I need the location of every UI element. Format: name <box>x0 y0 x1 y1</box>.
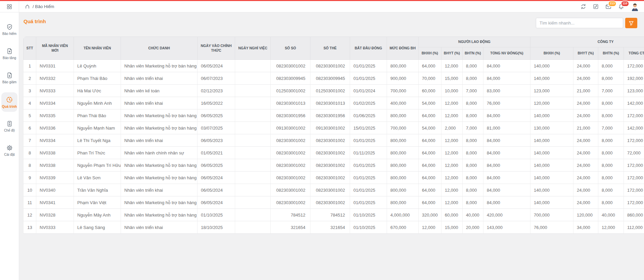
cell-ngay-vao: 02/12/2023 <box>198 85 235 97</box>
cell-ma-nhan-vien: NV0336 <box>36 122 74 134</box>
table-row[interactable]: 13NV0333Lê Sang SángNhân viên triển khai… <box>24 221 644 234</box>
table-row[interactable]: 7NV0334Lê Thi Tuyết NgaNhân viên triển k… <box>24 134 644 147</box>
table-row[interactable]: 3NV0333Hà Mai ƯớcNhân viên kế toán02/12/… <box>24 85 644 97</box>
cell-bat-dau-dong: 01/01/2025 <box>350 60 387 72</box>
table-row[interactable]: 4NV0334Nguyễn Minh AnhNhân viên triển kh… <box>24 97 644 109</box>
page-content: Quá trình STT MÃ NHÂN VIÊN MỚI <box>19 12 644 280</box>
cell-so-so: 082303001002 <box>271 134 310 147</box>
cell-ten-nhan-vien: Phan Thái Bảo <box>74 109 121 122</box>
file-down-icon <box>6 72 13 79</box>
cell-cty-bhxh: 140,000 <box>530 72 573 85</box>
cell-ngay-vao: 03/07/2025 <box>198 122 235 134</box>
cell-ten-nhan-vien: Lê Quỳnh <box>74 60 121 72</box>
cell-nld-bhyt: 12,000 <box>441 134 463 147</box>
cell-cty-tong: 142,000 <box>624 122 644 134</box>
cell-nld-bhyt: 12,000 <box>441 184 463 196</box>
cell-cty-bhtn: 12,000 <box>598 221 624 234</box>
cell-so-the: 082303009945 <box>310 72 350 85</box>
cell-so-so: 784512 <box>271 209 310 221</box>
cell-muc-dong-bh: 800,000 <box>387 109 419 122</box>
col-header-ngay-nghi: NGÀY NGHỈ VIỆC <box>235 37 271 60</box>
cell-ngay-vao: 18/10/2025 <box>198 221 235 234</box>
cell-chuc-danh: Nhân viên triển khai <box>121 97 198 109</box>
cell-muc-dong-bh: 670,000 <box>387 221 419 234</box>
breadcrumb[interactable]: / Bảo Hiểm <box>25 4 54 9</box>
cell-ma-nhan-vien: NV0331 <box>36 60 74 72</box>
cell-cty-bhxh: 120,000 <box>530 97 573 109</box>
cell-nld-bhxh: 64,000 <box>419 134 441 147</box>
cell-ngay-vao: 06/05/2024 <box>198 196 235 209</box>
sidebar-item-bao-hiem[interactable]: Bảo hiểm <box>1 20 17 39</box>
cell-nld-bhxh: 64,000 <box>419 184 441 196</box>
cell-cty-bhtn: 8,000 <box>598 184 624 196</box>
cell-stt: 8 <box>24 147 36 159</box>
cell-cty-bhyt: 24,000 <box>573 147 598 159</box>
cell-nld-tong: 84,000 <box>483 72 530 85</box>
fullscreen-button[interactable] <box>593 3 599 10</box>
table-row[interactable]: 2NV0332Phạm Thái BảoNhân viên triển khai… <box>24 72 644 85</box>
cell-ngay-nghi <box>235 72 271 85</box>
filter-button[interactable] <box>625 18 637 28</box>
cell-cty-bhxh: 140,000 <box>530 196 573 209</box>
cell-stt: 4 <box>24 97 36 109</box>
cell-cty-bhxh: 140,000 <box>530 147 573 159</box>
cell-ma-nhan-vien: NV0328 <box>36 209 74 221</box>
cell-ngay-vao: 06/05/2024 <box>198 184 235 196</box>
cell-bat-dau-dong: 01/01/2025 <box>350 196 387 209</box>
cell-stt: 6 <box>24 122 36 134</box>
breadcrumb-text: / Bảo Hiểm <box>33 4 54 9</box>
col-header-nld-bhxh: BHXH (%) <box>419 47 441 60</box>
table-row[interactable]: 8NV0338Phan Trí ThứcNhân viên hành chính… <box>24 147 644 159</box>
cell-nld-tong: 84,000 <box>483 196 530 209</box>
sidebar-item-cai-dat[interactable]: Cài đặt <box>1 141 17 160</box>
cell-cty-bhtn: 8,000 <box>598 97 624 109</box>
sidebar-item-bao-giam[interactable]: Báo giảm <box>1 68 17 88</box>
table-row[interactable]: 6NV0336Nguyễn Mạnh NamNhân viên Marketin… <box>24 122 644 134</box>
cell-nld-bhyt: 12,000 <box>441 109 463 122</box>
search-input[interactable] <box>536 18 623 28</box>
cell-nld-tong: 84,000 <box>483 159 530 172</box>
sidebar-item-qua-trinh[interactable]: Quá trình <box>1 92 17 112</box>
sidebar-item-che-do[interactable]: Chế độ <box>1 116 17 136</box>
cell-cty-bhyt: 24,000 <box>573 172 598 184</box>
cell-cty-tong: 172,000 <box>624 172 644 184</box>
cell-nld-bhxh: 64,000 <box>419 172 441 184</box>
cell-cty-bhtn: 8,000 <box>598 159 624 172</box>
cell-so-the: 784512 <box>310 209 350 221</box>
cell-nld-bhtn: 8,000 <box>463 60 483 72</box>
table-row[interactable]: 5NV0335Phan Thái BảoNhân viên Marketing … <box>24 109 644 122</box>
table-row[interactable]: 8NV0338Nguyễn Phạm Trí HữuNhân viên Mark… <box>24 159 644 172</box>
cell-nld-bhyt: 12,000 <box>441 172 463 184</box>
cell-ngay-vao: 01/05/2021 <box>198 147 235 159</box>
app-window: Bảo hiểm Báo tăng Báo giảm <box>0 1 644 280</box>
table-row[interactable]: 9NV0339Lê Văn SơnNhân viên Marketing hỗ … <box>24 172 644 184</box>
cell-nld-bhyt: 12,000 <box>441 97 463 109</box>
cell-cty-bhyt: 21,000 <box>573 122 598 134</box>
col-header-chuc-danh: CHỨC DANH <box>121 37 198 60</box>
cell-nld-bhxh: 64,000 <box>419 60 441 72</box>
cell-cty-bhyt: 24,000 <box>573 159 598 172</box>
cell-stt: 3 <box>24 85 36 97</box>
table-row[interactable]: 12NV0328Nguyễn Mây AnhNhân viên Marketin… <box>24 209 644 221</box>
col-header-nld-bhyt: BHYT (%) <box>441 47 463 60</box>
sidebar-menu: Bảo hiểm Báo tăng Báo giảm <box>0 12 19 165</box>
messages-badge: 213 <box>608 1 616 7</box>
cell-cty-tong: 123,000 <box>624 85 644 97</box>
cell-nld-bhtn: 8,000 <box>463 109 483 122</box>
table-row[interactable]: 11NV0341Phạm Văn ViệtNhân viên Marketing… <box>24 196 644 209</box>
col-header-nld-tong: TỔNG NV ĐÓNG(%) <box>483 47 530 60</box>
cell-ten-nhan-vien: Phạm Thái Bảo <box>74 72 121 85</box>
user-avatar[interactable] <box>631 2 639 11</box>
cell-muc-dong-bh: 800,000 <box>387 184 419 196</box>
cell-ma-nhan-vien: NV0333 <box>36 221 74 234</box>
main-area: / Bảo Hiểm <box>19 1 644 280</box>
table-row[interactable]: 1NV0331Lê QuỳnhNhân viên Marketing hỗ tr… <box>24 60 644 72</box>
table-row[interactable]: 10NV0340Trần Văn NghĩaNhân viên triển kh… <box>24 184 644 196</box>
sidebar-item-bao-tang[interactable]: Báo tăng <box>1 44 17 63</box>
messages-button[interactable]: 213 <box>605 3 612 10</box>
notifications-button[interactable]: 110 <box>618 3 625 10</box>
app-menu-button[interactable] <box>0 1 19 12</box>
grid-icon <box>6 4 12 10</box>
cell-nld-bhxh: 54,000 <box>419 97 441 109</box>
refresh-button[interactable] <box>580 3 587 10</box>
